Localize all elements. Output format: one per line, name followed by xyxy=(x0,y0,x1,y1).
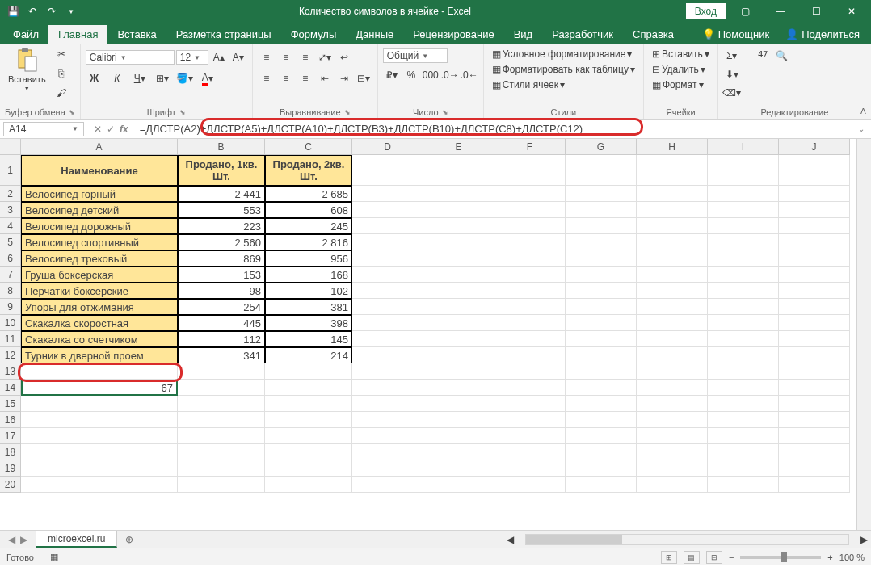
cell-E19[interactable] xyxy=(423,460,494,477)
cell-J7[interactable] xyxy=(779,267,850,283)
cell-D18[interactable] xyxy=(352,444,423,460)
cell-C16[interactable] xyxy=(265,412,352,428)
col-header-D[interactable]: D xyxy=(352,139,423,155)
cell-D8[interactable] xyxy=(352,283,423,299)
cell-G12[interactable] xyxy=(566,347,637,363)
autosum-icon[interactable]: Σ▾ xyxy=(723,47,741,65)
minimize-icon[interactable]: — xyxy=(764,0,797,23)
row-header-5[interactable]: 5 xyxy=(0,234,21,250)
cell-G18[interactable] xyxy=(566,444,637,460)
conditional-format-button[interactable]: ▦ Условное форматирование▾ xyxy=(489,47,636,61)
cell-I15[interactable] xyxy=(708,396,779,412)
cell-E11[interactable] xyxy=(423,331,494,347)
cell-C13[interactable] xyxy=(265,363,352,380)
tab-вставка[interactable]: Вставка xyxy=(107,25,166,44)
row-header-17[interactable]: 17 xyxy=(0,428,21,444)
cell-D17[interactable] xyxy=(352,428,423,444)
cell-D9[interactable] xyxy=(352,299,423,315)
sheet-tab[interactable]: microexcel.ru xyxy=(36,531,117,548)
align-middle-icon[interactable]: ≡ xyxy=(277,48,295,66)
cell-J3[interactable] xyxy=(779,202,850,218)
cell-J11[interactable] xyxy=(779,331,850,347)
cell-C20[interactable] xyxy=(265,477,352,493)
tab-формулы[interactable]: Формулы xyxy=(281,25,347,44)
cell-D6[interactable] xyxy=(352,250,423,267)
cell-H16[interactable] xyxy=(637,412,708,428)
cell-F14[interactable] xyxy=(494,380,566,396)
cell-G19[interactable] xyxy=(566,460,637,477)
find-select-icon[interactable]: 🔍 xyxy=(773,47,791,65)
tab-справка[interactable]: Справка xyxy=(623,25,684,44)
tab-разметка страницы[interactable]: Разметка страницы xyxy=(166,25,281,44)
cell-G10[interactable] xyxy=(566,315,637,331)
cell-I12[interactable] xyxy=(708,347,779,363)
cell-C7[interactable]: 168 xyxy=(265,267,352,283)
macro-record-icon[interactable]: ▦ xyxy=(50,552,58,562)
cell-D16[interactable] xyxy=(352,412,423,428)
col-header-B[interactable]: B xyxy=(178,139,265,155)
cell-F13[interactable] xyxy=(494,363,566,380)
fx-icon[interactable]: fx xyxy=(120,124,128,135)
row-header-13[interactable]: 13 xyxy=(0,363,21,380)
cell-F19[interactable] xyxy=(494,460,566,477)
sort-filter-icon[interactable]: ⁴⁷ xyxy=(754,47,772,65)
cell-G7[interactable] xyxy=(566,267,637,283)
cell-C12[interactable]: 214 xyxy=(265,347,352,363)
tab-разработчик[interactable]: Разработчик xyxy=(542,25,623,44)
cancel-formula-icon[interactable]: ✕ xyxy=(94,124,102,135)
cell-C14[interactable] xyxy=(265,380,352,396)
col-header-C[interactable]: C xyxy=(265,139,352,155)
cell-G16[interactable] xyxy=(566,412,637,428)
cut-icon[interactable]: ✂ xyxy=(53,45,70,63)
cell-A11[interactable]: Скакалка со счетчиком xyxy=(21,331,178,347)
row-header-10[interactable]: 10 xyxy=(0,315,21,331)
cell-E4[interactable] xyxy=(423,218,494,234)
cell-I8[interactable] xyxy=(708,283,779,299)
cell-I20[interactable] xyxy=(708,477,779,493)
cell-E2[interactable] xyxy=(423,186,494,202)
tab-вид[interactable]: Вид xyxy=(504,25,543,44)
cell-I10[interactable] xyxy=(708,315,779,331)
cell-D20[interactable] xyxy=(352,477,423,493)
cell-G14[interactable] xyxy=(566,380,637,396)
row-header-8[interactable]: 8 xyxy=(0,283,21,299)
cell-I9[interactable] xyxy=(708,299,779,315)
cell-I3[interactable] xyxy=(708,202,779,218)
cell-E3[interactable] xyxy=(423,202,494,218)
qat-customize-icon[interactable]: ▼ xyxy=(65,5,78,18)
cell-H15[interactable] xyxy=(637,396,708,412)
row-header-14[interactable]: 14 xyxy=(0,380,21,396)
cell-B6[interactable]: 869 xyxy=(178,250,265,267)
row-header-4[interactable]: 4 xyxy=(0,218,21,234)
cell-J13[interactable] xyxy=(779,363,850,380)
cell-D7[interactable] xyxy=(352,267,423,283)
cell-F2[interactable] xyxy=(494,186,566,202)
zoom-out-icon[interactable]: − xyxy=(729,552,734,562)
cell-D3[interactable] xyxy=(352,202,423,218)
cell-D13[interactable] xyxy=(352,363,423,380)
cell-B19[interactable] xyxy=(178,460,265,477)
decrease-decimal-icon[interactable]: .0← xyxy=(461,66,478,84)
cell-B12[interactable]: 341 xyxy=(178,347,265,363)
cell-B16[interactable] xyxy=(178,412,265,428)
format-as-table-button[interactable]: ▦ Форматировать как таблицу▾ xyxy=(489,62,638,77)
cell-F9[interactable] xyxy=(494,299,566,315)
tab-данные[interactable]: Данные xyxy=(346,25,403,44)
border-icon[interactable]: ⊞▾ xyxy=(154,69,171,87)
cell-G15[interactable] xyxy=(566,396,637,412)
row-header-1[interactable]: 1 xyxy=(0,155,21,186)
close-icon[interactable]: ✕ xyxy=(835,0,868,23)
cell-C3[interactable]: 608 xyxy=(265,202,352,218)
cell-I13[interactable] xyxy=(708,363,779,380)
cell-H20[interactable] xyxy=(637,477,708,493)
cell-H14[interactable] xyxy=(637,380,708,396)
cell-J20[interactable] xyxy=(779,477,850,493)
cell-C18[interactable] xyxy=(265,444,352,460)
cell-J16[interactable] xyxy=(779,412,850,428)
cell-A18[interactable] xyxy=(21,444,178,460)
formula-input[interactable]: =ДЛСТР(A2)+ДЛСТР(A5)+ДЛСТР(A10)+ДЛСТР(B3… xyxy=(135,121,852,136)
col-header-I[interactable]: I xyxy=(708,139,779,155)
cell-C19[interactable] xyxy=(265,460,352,477)
cell-J12[interactable] xyxy=(779,347,850,363)
ribbon-display-icon[interactable]: ▢ xyxy=(729,0,761,23)
